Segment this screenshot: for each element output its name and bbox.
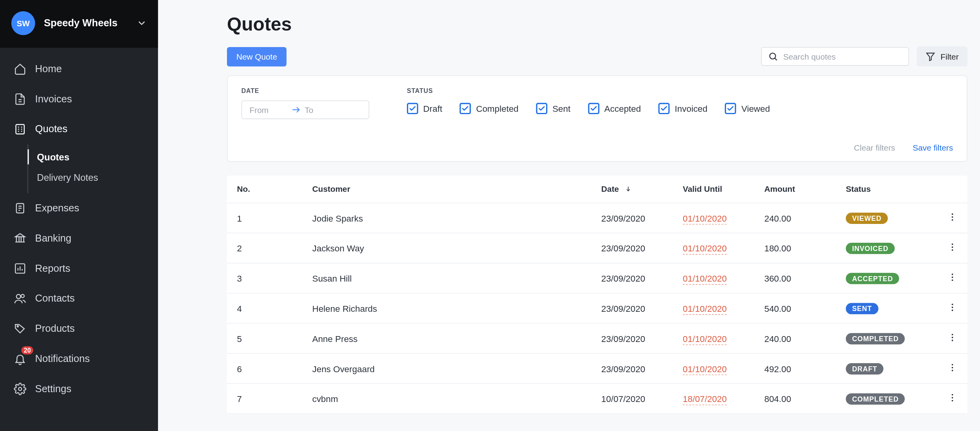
cell-valid-until: 01/10/2020 [673, 263, 754, 293]
table-row[interactable]: 3 Susan Hill 23/09/2020 01/10/2020 360.0… [227, 263, 967, 293]
cell-customer: Jackson Way [302, 233, 591, 263]
date-range-input[interactable] [241, 100, 369, 119]
cell-customer: Susan Hill [302, 263, 591, 293]
bank-icon [14, 232, 26, 245]
cell-valid-until: 01/10/2020 [673, 293, 754, 324]
status-badge: ACCEPTED [846, 273, 899, 284]
cell-customer: cvbnm [302, 384, 591, 414]
table-row[interactable]: 5 Anne Press 23/09/2020 01/10/2020 240.0… [227, 324, 967, 354]
row-actions-button[interactable] [947, 272, 958, 282]
home-icon [14, 63, 26, 75]
search-input[interactable] [783, 52, 902, 61]
row-actions-button[interactable] [947, 302, 958, 313]
cell-valid-until: 01/10/2020 [673, 203, 754, 233]
search-box[interactable] [761, 47, 909, 66]
date-to-input[interactable] [305, 105, 342, 115]
nav-notifications[interactable]: 20 Notifications [0, 344, 158, 374]
nav-expenses[interactable]: Expenses [0, 193, 158, 224]
clear-filters-link[interactable]: Clear filters [854, 143, 895, 153]
status-checkbox-sent[interactable]: Sent [536, 103, 571, 114]
nav-home[interactable]: Home [0, 54, 158, 84]
svg-marker-29 [927, 53, 934, 60]
quotes-table: No. Customer Date Valid Until Amount Sta… [227, 176, 967, 414]
nav-sub-label: Quotes [37, 151, 69, 162]
cell-status: INVOICED [836, 233, 936, 263]
main-nav: Home Invoices Quotes Quotes Delivery [0, 48, 158, 404]
svg-point-41 [952, 304, 953, 305]
cell-no: 5 [227, 324, 302, 354]
nav-settings[interactable]: Settings [0, 374, 158, 404]
nav-sub-label: Delivery Notes [37, 171, 98, 182]
nav-banking[interactable]: Banking [0, 223, 158, 253]
bell-icon [14, 353, 26, 365]
quote-icon [14, 123, 26, 136]
svg-point-43 [952, 309, 953, 311]
status-badge: COMPLETED [846, 333, 905, 344]
table-row[interactable]: 7 cvbnm 10/07/2020 18/07/2020 804.00 COM… [227, 384, 967, 414]
th-valid-until[interactable]: Valid Until [673, 176, 754, 203]
nav-label: Notifications [35, 353, 90, 365]
new-quote-button[interactable]: New Quote [227, 47, 287, 66]
checkbox-icon [536, 103, 548, 114]
brand-switcher[interactable]: SW Speedy Wheels [0, 0, 158, 48]
nav-contacts[interactable]: Contacts [0, 284, 158, 314]
cell-amount: 240.00 [754, 324, 836, 354]
th-no[interactable]: No. [227, 176, 302, 203]
cell-amount: 540.00 [754, 293, 836, 324]
tag-icon [14, 322, 26, 335]
svg-marker-13 [15, 234, 25, 237]
nav-invoices[interactable]: Invoices [0, 84, 158, 114]
checkbox-label: Invoiced [675, 104, 707, 114]
status-checkbox-invoiced[interactable]: Invoiced [659, 103, 708, 114]
row-actions-button[interactable] [947, 212, 958, 222]
row-actions-button[interactable] [947, 363, 958, 373]
cell-date: 23/09/2020 [591, 233, 673, 263]
cell-status: ACCEPTED [836, 263, 936, 293]
filter-status-label: STATUS [407, 87, 770, 94]
table-row[interactable]: 1 Jodie Sparks 23/09/2020 01/10/2020 240… [227, 203, 967, 233]
nav-label: Settings [35, 383, 71, 395]
cell-actions [936, 293, 967, 324]
svg-point-24 [21, 295, 24, 298]
table-row[interactable]: 6 Jens Overgaard 23/09/2020 01/10/2020 4… [227, 353, 967, 384]
status-checkbox-accepted[interactable]: Accepted [588, 103, 641, 114]
table-row[interactable]: 4 Helene Richards 23/09/2020 01/10/2020 … [227, 293, 967, 324]
checkbox-icon [407, 103, 418, 114]
cell-actions [936, 384, 967, 414]
cell-status: COMPLETED [836, 384, 936, 414]
cell-amount: 804.00 [754, 384, 836, 414]
status-checkbox-viewed[interactable]: Viewed [725, 103, 770, 114]
nav-products[interactable]: Products [0, 314, 158, 344]
table-row[interactable]: 2 Jackson Way 23/09/2020 01/10/2020 180.… [227, 233, 967, 263]
svg-rect-2 [16, 125, 24, 134]
svg-point-40 [952, 280, 953, 281]
cell-actions [936, 203, 967, 233]
notifications-badge: 20 [21, 346, 33, 355]
gear-icon [14, 383, 26, 395]
save-filters-link[interactable]: Save filters [913, 143, 953, 153]
th-date[interactable]: Date [591, 176, 673, 203]
row-actions-button[interactable] [947, 333, 958, 343]
row-actions-button[interactable] [947, 242, 958, 252]
cell-no: 6 [227, 353, 302, 384]
svg-point-26 [18, 387, 22, 391]
th-amount[interactable]: Amount [754, 176, 836, 203]
nav-sub-quotes[interactable]: Quotes [28, 147, 158, 167]
th-status[interactable]: Status [836, 176, 936, 203]
status-checkbox-draft[interactable]: Draft [407, 103, 442, 114]
cell-actions [936, 263, 967, 293]
nav-quotes[interactable]: Quotes [0, 114, 158, 144]
status-checkbox-completed[interactable]: Completed [460, 103, 519, 114]
cell-no: 7 [227, 384, 302, 414]
filter-button[interactable]: Filter [917, 46, 967, 66]
date-from-input[interactable] [250, 105, 287, 115]
nav-reports[interactable]: Reports [0, 253, 158, 284]
nav-sub-delivery-notes[interactable]: Delivery Notes [28, 167, 158, 187]
nav-label: Quotes [35, 124, 68, 135]
nav-label: Products [35, 323, 75, 335]
th-date-label: Date [601, 184, 619, 194]
row-actions-button[interactable] [947, 393, 958, 403]
cell-amount: 360.00 [754, 263, 836, 293]
status-badge: SENT [846, 303, 878, 314]
th-customer[interactable]: Customer [302, 176, 591, 203]
